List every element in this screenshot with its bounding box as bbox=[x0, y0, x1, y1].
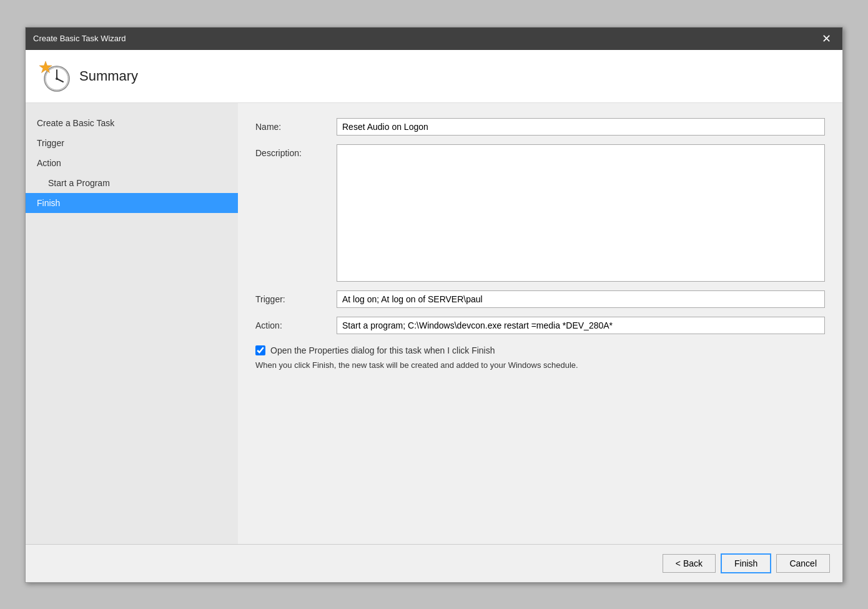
sidebar-item-trigger[interactable]: Trigger bbox=[26, 133, 238, 153]
name-input[interactable] bbox=[337, 118, 825, 136]
sidebar-item-action[interactable]: Action bbox=[26, 153, 238, 173]
name-label: Name: bbox=[255, 118, 337, 132]
description-label: Description: bbox=[255, 144, 337, 158]
title-bar: Create Basic Task Wizard ✕ bbox=[26, 27, 842, 50]
sidebar-item-create-basic-task[interactable]: Create a Basic Task bbox=[26, 113, 238, 133]
trigger-input[interactable] bbox=[337, 290, 825, 308]
info-text: When you click Finish, the new task will… bbox=[255, 360, 825, 370]
cancel-button[interactable]: Cancel bbox=[776, 554, 830, 573]
name-row: Name: bbox=[255, 118, 825, 136]
main-content: Name: Description: Trigger: Action: bbox=[238, 103, 842, 544]
back-button[interactable]: < Back bbox=[663, 554, 716, 573]
wizard-window: Create Basic Task Wizard ✕ Summary Creat… bbox=[25, 27, 843, 583]
properties-checkbox-row: Open the Properties dialog for this task… bbox=[255, 345, 825, 355]
window-title: Create Basic Task Wizard bbox=[33, 34, 126, 43]
footer: < Back Finish Cancel bbox=[26, 544, 842, 582]
open-properties-checkbox[interactable] bbox=[255, 345, 265, 355]
sidebar: Create a Basic Task Trigger Action Start… bbox=[26, 103, 238, 544]
trigger-label: Trigger: bbox=[255, 290, 337, 304]
sidebar-item-finish[interactable]: Finish bbox=[26, 193, 238, 213]
action-row: Action: bbox=[255, 317, 825, 334]
description-textarea[interactable] bbox=[337, 144, 825, 282]
finish-button[interactable]: Finish bbox=[721, 553, 771, 573]
description-row: Description: bbox=[255, 144, 825, 282]
action-input[interactable] bbox=[337, 317, 825, 334]
summary-icon bbox=[38, 60, 71, 92]
svg-point-4 bbox=[56, 77, 58, 80]
sidebar-item-start-a-program[interactable]: Start a Program bbox=[26, 173, 238, 193]
header-area: Summary bbox=[26, 50, 842, 103]
trigger-row: Trigger: bbox=[255, 290, 825, 308]
action-label: Action: bbox=[255, 317, 337, 330]
close-button[interactable]: ✕ bbox=[817, 30, 835, 47]
header-title: Summary bbox=[79, 68, 138, 84]
content-area: Create a Basic Task Trigger Action Start… bbox=[26, 103, 842, 544]
open-properties-label[interactable]: Open the Properties dialog for this task… bbox=[270, 345, 495, 355]
